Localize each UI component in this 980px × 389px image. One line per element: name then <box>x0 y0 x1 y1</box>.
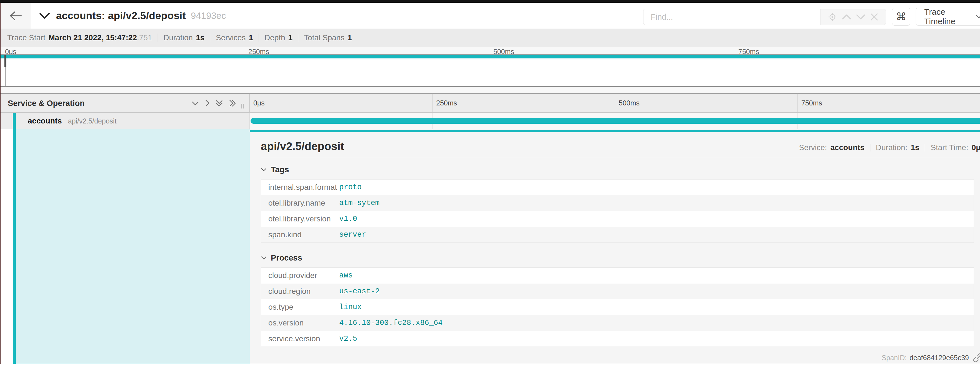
summary-trace-start: Trace Start March 21 2022, 15:47:22 .751 <box>7 33 152 42</box>
span-color-bar <box>13 113 16 129</box>
span-duration-bar[interactable] <box>251 118 980 124</box>
process-value: 4.16.10-300.fc28.x86_64 <box>339 315 974 331</box>
span-detail-name-column <box>16 129 250 364</box>
process-key: os.type <box>261 299 339 315</box>
trace-title: accounts: api/v2.5/deposit <box>56 10 186 22</box>
minimap-gridline <box>735 55 735 86</box>
trace-title-wrap: accounts: api/v2.5/deposit 94193ec <box>40 3 226 29</box>
back-arrow-icon <box>9 11 22 21</box>
trace-page-header: accounts: api/v2.5/deposit 94193ec <box>0 3 980 29</box>
table-row: otel.library.name atm-sytem <box>261 195 974 211</box>
process-key: os.version <box>261 315 339 331</box>
timeline-header: Service & Operation 0μs 250ms 500ms <box>0 93 980 113</box>
jaeger-trace-page: accounts: api/v2.5/deposit 94193ec <box>0 0 980 389</box>
back-button[interactable] <box>0 3 31 29</box>
collapse-trace-chevron-icon[interactable] <box>40 13 50 19</box>
span-row-name-cell[interactable]: accounts api/v2.5/deposit <box>0 113 250 129</box>
trace-view-selector-label: Trace Timeline <box>924 7 971 26</box>
chevron-down-icon <box>976 15 980 19</box>
minimap-left-scrubber[interactable] <box>5 55 6 67</box>
process-value: v2.5 <box>339 331 974 347</box>
span-detail-panel: api/v2.5/deposit Service: accounts Durat… <box>250 129 980 364</box>
tag-value: atm-sytem <box>339 195 974 211</box>
meta-separator <box>870 144 870 151</box>
bottom-divider <box>0 364 980 364</box>
meta-separator <box>925 144 925 151</box>
clear-find-icon[interactable] <box>870 13 878 21</box>
span-row-label: accounts api/v2.5/deposit <box>28 113 116 129</box>
table-row: cloud.region us-east-2 <box>261 284 974 299</box>
process-value: linux <box>339 299 974 315</box>
span-detail-content: api/v2.5/deposit Service: accounts Durat… <box>261 132 980 364</box>
find-next-icon[interactable] <box>856 14 865 20</box>
minimap-gridline <box>490 55 490 86</box>
table-row: internal.span.format proto <box>261 179 974 195</box>
span-service-name: accounts <box>28 116 62 125</box>
service-operation-header: Service & Operation <box>8 98 84 108</box>
tags-section-title: Tags <box>271 165 289 174</box>
summary-separator <box>158 33 158 42</box>
trace-id-short: 94193ec <box>191 11 226 21</box>
keyboard-shortcuts-button[interactable]: ⌘ <box>892 8 910 25</box>
process-key: cloud.region <box>261 284 339 299</box>
process-key: cloud.provider <box>261 268 339 284</box>
collapse-one-icon[interactable] <box>191 101 199 106</box>
table-row: service.version v2.5 <box>261 331 974 347</box>
trace-summary-bar: Trace Start March 21 2022, 15:47:22 .751… <box>0 29 980 47</box>
span-id-row: SpanID: deaf684129e65c39 <box>261 353 980 362</box>
span-operation-name: api/v2.5/deposit <box>68 117 116 125</box>
summary-services: Services 1 <box>216 33 253 42</box>
find-prev-icon[interactable] <box>842 14 851 20</box>
minimap-viewport[interactable] <box>0 54 980 87</box>
summary-duration: Duration 1s <box>164 33 205 42</box>
find-input[interactable] <box>643 9 820 25</box>
table-row: span.kind server <box>261 227 974 243</box>
span-tree-line <box>4 129 4 364</box>
table-row: os.type linux <box>261 299 974 315</box>
summary-separator <box>298 33 298 42</box>
process-section: Process cloud.provider aws cloud.region … <box>261 253 980 347</box>
expand-one-icon[interactable] <box>205 99 210 107</box>
timeline-tick: 0μs <box>250 94 432 113</box>
timeline-tick: 500ms <box>615 94 797 113</box>
tags-section-header[interactable]: Tags <box>261 165 980 174</box>
span-id-label: SpanID: <box>882 354 907 362</box>
trace-view-selector[interactable]: Trace Timeline <box>916 8 980 25</box>
span-detail-accent-strip <box>250 130 980 132</box>
deep-link-icon[interactable] <box>973 353 980 362</box>
chevron-down-icon <box>261 168 267 171</box>
window-top-bar <box>0 0 980 3</box>
minimap-gridline <box>245 55 245 86</box>
span-detail-title-row: api/v2.5/deposit Service: accounts Durat… <box>261 140 980 152</box>
command-icon: ⌘ <box>896 11 907 23</box>
tag-key: span.kind <box>261 227 339 243</box>
tags-section: Tags internal.span.format proto otel.lib… <box>261 165 980 243</box>
span-row-timeline-cell[interactable] <box>250 113 980 129</box>
tag-value: server <box>339 227 974 243</box>
summary-depth: Depth 1 <box>264 33 293 42</box>
span-detail-title: api/v2.5/deposit <box>261 140 344 152</box>
summary-separator <box>210 33 210 42</box>
timeline-ticks-header: 0μs 250ms 500ms 750ms <box>250 94 980 113</box>
tag-key: internal.span.format <box>261 179 339 195</box>
timeline-tick: 750ms <box>797 94 980 113</box>
window-left-edge <box>0 3 0 364</box>
span-row[interactable]: accounts api/v2.5/deposit <box>0 113 980 129</box>
trace-minimap: 0μs 250ms 500ms 750ms <box>0 47 980 94</box>
process-table: cloud.provider aws cloud.region us-east-… <box>261 267 974 347</box>
tag-value: v1.0 <box>339 211 974 227</box>
tags-table: internal.span.format proto otel.library.… <box>261 179 974 243</box>
locate-icon[interactable] <box>828 13 837 21</box>
collapse-all-icon[interactable] <box>215 99 223 107</box>
process-section-header[interactable]: Process <box>261 253 980 262</box>
table-row: otel.library.version v1.0 <box>261 211 974 227</box>
process-key: service.version <box>261 331 339 347</box>
expand-all-icon[interactable] <box>229 99 236 107</box>
tag-value: proto <box>339 179 974 195</box>
column-resize-grip[interactable] <box>242 104 243 108</box>
process-value: aws <box>339 268 974 284</box>
process-value: us-east-2 <box>339 284 974 299</box>
span-color-bar <box>13 129 16 364</box>
chevron-down-icon <box>261 256 267 260</box>
minimap-span-underline <box>0 58 980 59</box>
